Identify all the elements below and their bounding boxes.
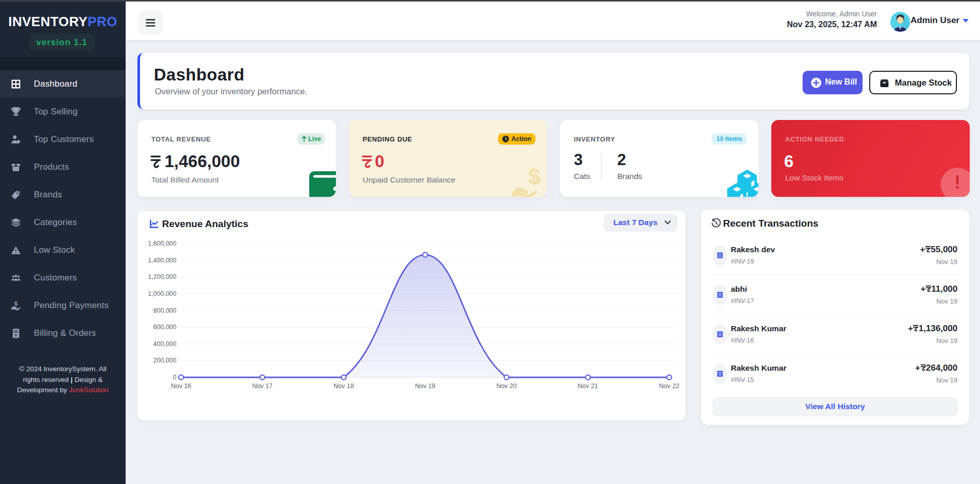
svg-text:1,200,000: 1,200,000	[148, 273, 176, 280]
svg-text:0: 0	[173, 374, 176, 381]
svg-text:1,600,000: 1,600,000	[148, 240, 176, 247]
svg-text:Nov 22: Nov 22	[659, 382, 679, 390]
svg-text:600,000: 600,000	[153, 324, 176, 331]
svg-text:Nov 16: Nov 16	[171, 382, 191, 390]
svg-text:Nov 21: Nov 21	[577, 382, 598, 390]
svg-text:1,000,000: 1,000,000	[148, 290, 176, 297]
svg-text:$: $	[15, 333, 17, 337]
svg-text:Nov 17: Nov 17	[252, 382, 273, 390]
svg-text:400,000: 400,000	[153, 340, 176, 348]
svg-text:$: $	[14, 300, 17, 307]
svg-text:Nov 18: Nov 18	[333, 382, 354, 390]
svg-text:200,000: 200,000	[153, 357, 176, 364]
svg-text:Nov 20: Nov 20	[496, 382, 517, 390]
svg-text:$: $	[528, 164, 541, 189]
svg-text:800,000: 800,000	[153, 307, 176, 314]
svg-text:Nov 19: Nov 19	[415, 382, 435, 390]
svg-text:1,400,000: 1,400,000	[148, 257, 176, 264]
